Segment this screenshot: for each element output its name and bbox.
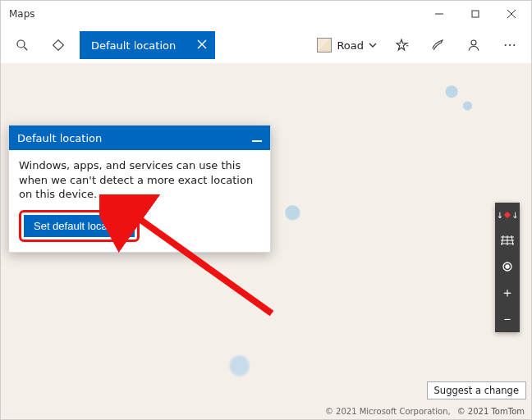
- ink-button[interactable]: [421, 29, 454, 62]
- set-default-location-button[interactable]: Set default location: [24, 215, 135, 237]
- favorites-button[interactable]: [385, 29, 418, 62]
- rotate-control[interactable]: ↓ ↓: [495, 203, 520, 227]
- panel-description: Windows, apps, and services can use this…: [19, 158, 260, 202]
- locate-me-button[interactable]: [495, 253, 520, 280]
- svg-marker-9: [397, 39, 406, 50]
- minimize-panel-button[interactable]: [252, 132, 262, 144]
- highlight-annotation: Set default location: [19, 210, 140, 242]
- account-button[interactable]: [457, 29, 490, 62]
- close-icon[interactable]: [197, 39, 207, 52]
- maps-window: Maps Default location Road: [0, 0, 532, 420]
- arrow-down-icon: ↓: [511, 211, 518, 220]
- more-button[interactable]: [493, 29, 526, 62]
- default-location-pill[interactable]: Default location: [80, 31, 215, 59]
- minimize-button[interactable]: [421, 2, 457, 26]
- copyright: © 2021 Microsoft Corporation, © 2021 Tom…: [325, 407, 525, 416]
- map-controls: ↓ ↓ ＋ －: [495, 203, 520, 332]
- tilt-control[interactable]: [495, 227, 520, 253]
- svg-point-4: [17, 40, 25, 48]
- toolbar: Default location Road: [1, 27, 531, 63]
- panel-body: Windows, apps, and services can use this…: [9, 150, 270, 252]
- svg-point-14: [509, 44, 511, 46]
- chevron-down-icon: [369, 39, 377, 52]
- copyright-ms: © 2021 Microsoft Corporation,: [325, 407, 451, 416]
- zoom-out-button[interactable]: －: [495, 306, 520, 332]
- svg-line-5: [24, 47, 27, 50]
- svg-point-12: [471, 40, 476, 45]
- compass-icon: [504, 212, 511, 218]
- titlebar: Maps: [1, 1, 531, 27]
- directions-button[interactable]: [42, 29, 75, 62]
- panel-header: Default location: [9, 126, 270, 150]
- copyright-tomtom: © 2021 TomTom: [457, 407, 525, 416]
- svg-rect-1: [472, 11, 479, 17]
- view-label: Road: [337, 39, 364, 52]
- svg-point-13: [505, 44, 507, 46]
- map-view-dropdown[interactable]: Road: [312, 31, 382, 59]
- app-title: Maps: [9, 8, 35, 20]
- panel-title: Default location: [17, 132, 102, 144]
- svg-point-15: [513, 44, 515, 46]
- pill-label: Default location: [91, 39, 176, 52]
- svg-rect-6: [53, 40, 64, 51]
- close-window-button[interactable]: [493, 2, 530, 26]
- svg-point-25: [506, 265, 509, 268]
- maximize-button[interactable]: [457, 2, 493, 26]
- zoom-in-button[interactable]: ＋: [495, 280, 520, 306]
- map-canvas[interactable]: Default location Windows, apps, and serv…: [1, 63, 531, 419]
- default-location-panel: Default location Windows, apps, and serv…: [8, 125, 271, 253]
- arrow-down-icon: ↓: [497, 211, 503, 220]
- map-swatch-icon: [317, 38, 332, 52]
- search-button[interactable]: [6, 29, 39, 62]
- suggest-change-button[interactable]: Suggest a change: [427, 381, 526, 399]
